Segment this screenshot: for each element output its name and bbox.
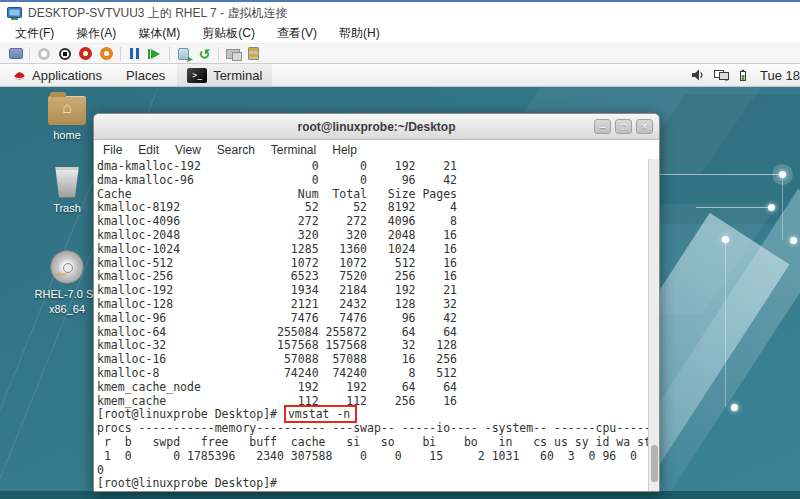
start-icon	[38, 48, 50, 60]
toolbar-separator	[120, 47, 121, 61]
ctrl-alt-del-button[interactable]	[5, 45, 26, 62]
terminal-menu-item-4[interactable]: Terminal	[271, 143, 316, 157]
dvd-mark-text: dvd	[57, 271, 67, 277]
vm-menu-item-5[interactable]: 帮助(H)	[328, 25, 391, 42]
turn-off-icon	[59, 48, 71, 60]
terminal-task-label: Terminal	[213, 68, 262, 83]
panel-clock[interactable]: Tue 18	[757, 68, 800, 83]
terminal-menu-item-1[interactable]: Edit	[138, 143, 159, 157]
vm-connection-window: DESKTOP-SVTVUU3 上的 RHEL 7 - 虚拟机连接 文件(F)操…	[0, 0, 800, 499]
vm-menubar: 文件(F)操作(A)媒体(M)剪贴板(C)查看(V)帮助(H)	[0, 24, 800, 43]
resume-button[interactable]	[145, 45, 166, 62]
shell-prompt: [root@linuxprobe Desktop]#	[97, 407, 284, 421]
applications-menu[interactable]: Applications	[0, 64, 114, 86]
turn-off-button[interactable]	[54, 45, 75, 62]
shut-down-icon	[79, 47, 92, 60]
terminal-window-title: root@linuxprobe:~/Desktop	[94, 120, 659, 134]
display-network-icon[interactable]	[714, 69, 729, 81]
revert-button[interactable]	[194, 45, 215, 62]
redhat-icon	[12, 69, 27, 81]
save-button[interactable]	[96, 45, 117, 62]
terminal-titlebar[interactable]: root@linuxprobe:~/Desktop – □ ×	[94, 114, 659, 140]
vm-titlebar: DESKTOP-SVTVUU3 上的 RHEL 7 - 虚拟机连接	[0, 0, 800, 24]
vm-app-icon	[7, 7, 22, 20]
vm-menu-item-4[interactable]: 查看(V)	[266, 25, 328, 42]
terminal-menu-item-2[interactable]: View	[175, 143, 201, 157]
panel-status-area: Tue 18	[691, 68, 800, 83]
wallpaper-bottom-strip	[0, 491, 800, 499]
terminal-menu-item-3[interactable]: Search	[217, 143, 255, 157]
trash-icon	[53, 167, 81, 198]
wallpaper-line	[725, 239, 726, 407]
vm-menu-item-2[interactable]: 媒体(M)	[127, 25, 191, 42]
shut-down-button[interactable]	[75, 45, 96, 62]
wallpaper-line	[696, 207, 771, 208]
wallpaper-dot	[790, 237, 797, 244]
screen-button[interactable]	[222, 45, 243, 62]
prompt-line-vmstat: [root@linuxprobe Desktop]# vmstat -n	[97, 408, 659, 422]
terminal-window: root@linuxprobe:~/Desktop – □ × FileEdit…	[93, 113, 660, 492]
checkpoint-button[interactable]	[173, 45, 194, 62]
scrollbar-thumb[interactable]	[651, 445, 658, 482]
battery-icon[interactable]	[738, 69, 748, 82]
toolbar-separator	[169, 47, 170, 61]
resume-icon	[151, 49, 160, 59]
toolbar-separator	[218, 47, 219, 61]
vm-window-title: DESKTOP-SVTVUU3 上的 RHEL 7 - 虚拟机连接	[28, 5, 287, 22]
wallpaper-line	[782, 174, 783, 240]
close-button[interactable]: ×	[636, 119, 653, 134]
revert-icon	[199, 45, 211, 63]
places-menu[interactable]: Places	[114, 64, 177, 86]
wallpaper-dot	[731, 404, 738, 411]
enhanced-button[interactable]	[243, 45, 264, 62]
enhanced-icon	[248, 47, 259, 60]
gnome-top-panel: Applications Places >_ Terminal Tue 18	[0, 64, 800, 87]
minimize-button[interactable]: –	[594, 119, 611, 134]
slab-output: dma-kmalloc-192 0 0 192 21 dma-kmalloc-9…	[97, 160, 659, 408]
terminal-content[interactable]: dma-kmalloc-192 0 0 192 21 dma-kmalloc-9…	[94, 159, 659, 491]
wallpaper-dot	[722, 236, 729, 243]
vm-menu-item-1[interactable]: 操作(A)	[65, 25, 127, 42]
start-button[interactable]	[33, 45, 54, 62]
highlighted-command: vmstat -n	[286, 407, 355, 421]
applications-label: Applications	[32, 68, 102, 83]
pause-button[interactable]	[124, 45, 145, 62]
vmstat-output: procs -----------memory---------- ---swa…	[97, 422, 659, 477]
toolbar-separator	[29, 47, 30, 61]
dvd-disc-icon: dvd	[50, 250, 84, 284]
pause-icon	[130, 48, 139, 59]
vm-menu-item-3[interactable]: 剪贴板(C)	[191, 25, 266, 42]
terminal-menu-item-5[interactable]: Help	[332, 143, 357, 157]
vm-menu-item-0[interactable]: 文件(F)	[4, 25, 65, 42]
screen-icon	[226, 49, 240, 59]
volume-icon[interactable]	[691, 69, 705, 81]
checkpoint-icon	[178, 48, 189, 60]
vm-toolbar	[0, 43, 800, 64]
places-label: Places	[126, 68, 165, 83]
terminal-menubar: FileEditViewSearchTerminalHelp	[94, 140, 659, 159]
terminal-task-icon: >_	[187, 68, 207, 83]
maximize-button[interactable]: □	[615, 119, 632, 134]
terminal-scrollbar[interactable]	[648, 159, 659, 491]
guest-desktop: Applications Places >_ Terminal Tue 18 h…	[0, 64, 800, 499]
save-icon	[100, 47, 113, 60]
taskbar-item-terminal[interactable]: >_ Terminal	[177, 64, 272, 86]
terminal-window-controls: – □ ×	[594, 119, 659, 134]
wallpaper-dot	[768, 204, 775, 211]
wallpaper-line	[655, 174, 782, 175]
final-shell-prompt: [root@linuxprobe Desktop]#	[97, 477, 659, 491]
ctrl-alt-del-icon	[9, 48, 23, 59]
wallpaper-dot	[779, 171, 786, 178]
terminal-menu-item-0[interactable]: File	[103, 143, 122, 157]
home-folder-icon	[48, 96, 86, 125]
